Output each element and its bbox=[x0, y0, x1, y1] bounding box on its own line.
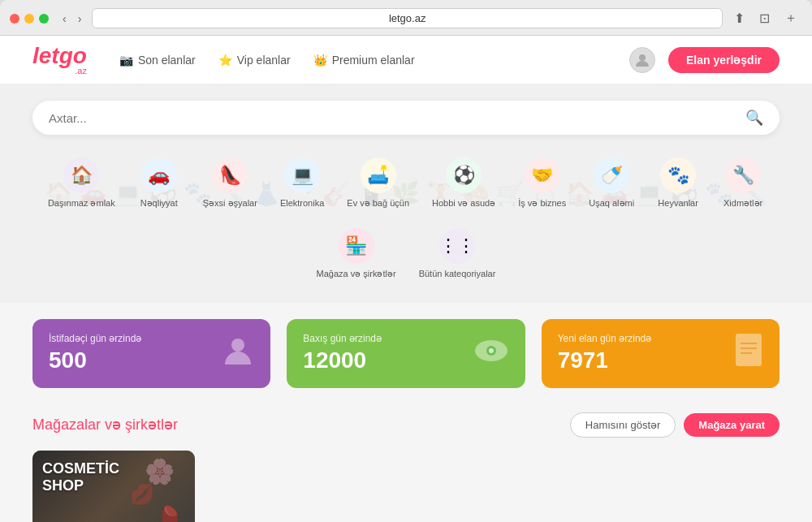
cosmetic-bottle-icon: 💄 bbox=[149, 504, 191, 522]
crown-icon: 👑 bbox=[313, 54, 327, 67]
address-bar[interactable]: letgo.az bbox=[92, 8, 723, 28]
hero-section: 🏠 🚗 💻 ⚽ 🐾 🔧 👗 🍼 🎸 📱 🌿 🏋️ 🎨 🛒 💍 🏠 🚗 💻 ⚽ 🐾… bbox=[0, 84, 812, 303]
cosmetic-shop-card[interactable]: 💄 🌸 💋 COSMETİC SHOP Mağazaya bax bbox=[32, 451, 195, 522]
svg-rect-5 bbox=[736, 334, 762, 366]
main-nav: 📷 Son elanlar ⭐ Vip elanlar 👑 Premium el… bbox=[119, 54, 629, 67]
wrench-icon: 🔧 bbox=[725, 157, 761, 193]
category-neqliyyat-label: Nəqliyyat bbox=[140, 197, 178, 209]
stat-ads-label: Yeni elan gün ərzində bbox=[558, 333, 652, 344]
house-icon: 🏠 bbox=[63, 157, 99, 193]
baby-icon: 🍼 bbox=[594, 157, 629, 193]
nav-son-elanlar-label: Son elanlar bbox=[138, 54, 196, 67]
stat-ads-value: 7971 bbox=[558, 347, 652, 373]
stat-views: Baxış gün ərzində 12000 bbox=[287, 319, 525, 388]
users-stat-icon bbox=[222, 334, 254, 373]
svg-point-4 bbox=[489, 348, 494, 353]
stat-users: İstifadəçi gün ərzində 500 bbox=[32, 319, 270, 388]
laptop-icon: 💻 bbox=[284, 157, 320, 193]
nav-vip-elanlar[interactable]: ⭐ Vip elanlar bbox=[218, 54, 291, 67]
category-hobbi[interactable]: ⚽ Hobbi və asudə bbox=[424, 151, 503, 215]
category-sexsi-label: Şəxsi əşyalar bbox=[203, 197, 257, 209]
ads-stat-icon bbox=[734, 332, 763, 375]
header-right: Elan yerləşdir bbox=[629, 47, 780, 73]
svg-point-1 bbox=[231, 339, 244, 352]
nav-son-elanlar[interactable]: 📷 Son elanlar bbox=[119, 54, 196, 67]
search-icon: 🔍 bbox=[745, 109, 763, 127]
nav-arrows: ‹ › bbox=[58, 11, 85, 27]
category-dasinmaz-label: Daşınmaz əmlak bbox=[48, 197, 115, 209]
camera-icon: 📷 bbox=[119, 54, 133, 67]
search-input[interactable] bbox=[49, 111, 745, 125]
shops-section-header: Mağazalar və şirkətlər Hamısını göstər M… bbox=[32, 412, 780, 438]
category-usaq-label: Uşaq aləmi bbox=[589, 197, 634, 209]
ball-icon: ⚽ bbox=[446, 157, 482, 193]
post-ad-button[interactable]: Elan yerləşdir bbox=[668, 47, 780, 73]
category-ev-bag-label: Ev və bağ üçün bbox=[347, 197, 409, 209]
close-traffic-light[interactable] bbox=[10, 14, 19, 24]
category-sexsi[interactable]: 👠 Şəxsi əşyalar bbox=[195, 151, 266, 215]
stat-users-content: İstifadəçi gün ərzində 500 bbox=[49, 333, 141, 373]
nav-premium-elanlar[interactable]: 👑 Premium elanlar bbox=[313, 54, 415, 67]
svg-point-0 bbox=[639, 54, 646, 61]
category-dasinmaz[interactable]: 🏠 Daşınmaz əmlak bbox=[40, 151, 123, 215]
back-button[interactable]: ‹ bbox=[58, 11, 71, 27]
stat-ads: Yeni elan gün ərzində 7971 bbox=[542, 319, 780, 388]
create-shop-button[interactable]: Mağaza yarat bbox=[684, 413, 780, 437]
site-header: letgo .az 📷 Son elanlar ⭐ Vip elanlar 👑 … bbox=[0, 36, 812, 84]
page-content: letgo .az 📷 Son elanlar ⭐ Vip elanlar 👑 … bbox=[0, 36, 812, 522]
stat-views-content: Baxış gün ərzində 12000 bbox=[303, 333, 382, 373]
car-icon: 🚗 bbox=[141, 157, 177, 193]
shops-title-suffix: və şirkətlər bbox=[101, 416, 178, 433]
categories-grid: 🏠 Daşınmaz əmlak 🚗 Nəqliyyat 👠 Şəxsi əşy… bbox=[32, 151, 780, 287]
category-xidmetler-label: Xidmətlər bbox=[723, 197, 762, 209]
new-tab-button[interactable]: ⊡ bbox=[754, 8, 775, 28]
stat-users-value: 500 bbox=[49, 347, 141, 373]
site-logo[interactable]: letgo .az bbox=[32, 45, 87, 75]
sofa-icon: 🛋️ bbox=[361, 157, 396, 193]
shop-card-background: 💄 🌸 💋 COSMETİC SHOP bbox=[32, 451, 195, 522]
minimize-traffic-light[interactable] bbox=[24, 14, 34, 24]
category-xidmetler[interactable]: 🔧 Xidmətlər bbox=[714, 151, 772, 215]
stat-ads-content: Yeni elan gün ərzində 7971 bbox=[558, 333, 652, 373]
category-is-biznes[interactable]: 🤝 İş və biznes bbox=[510, 151, 574, 215]
stat-users-label: İstifadəçi gün ərzində bbox=[49, 333, 141, 344]
category-elektronika-label: Elektronika bbox=[280, 197, 324, 209]
category-is-biznes-label: İş və biznes bbox=[518, 197, 566, 209]
browser-chrome: ‹ › letgo.az ⬆ ⊡ ＋ bbox=[0, 0, 812, 36]
shops-actions: Hamısını göstər Mağaza yarat bbox=[570, 412, 780, 438]
grid-icon: ⋮⋮ bbox=[439, 228, 475, 264]
stats-section: İstifadəçi gün ərzində 500 Baxış gün ərz… bbox=[0, 303, 812, 404]
nav-premium-elanlar-label: Premium elanlar bbox=[332, 54, 415, 67]
logo-sub: .az bbox=[32, 66, 87, 75]
user-account-icon[interactable] bbox=[629, 47, 655, 73]
category-ev-bag[interactable]: 🛋️ Ev və bağ üçün bbox=[339, 151, 417, 215]
browser-actions: ⬆ ⊡ ＋ bbox=[729, 8, 802, 28]
add-button[interactable]: ＋ bbox=[780, 8, 802, 28]
category-butun-label: Bütün kateqoriyalar bbox=[419, 268, 496, 279]
shop-name-line2: SHOP bbox=[42, 477, 84, 494]
star-icon: ⭐ bbox=[218, 54, 232, 67]
share-button[interactable]: ⬆ bbox=[729, 8, 749, 28]
forward-button[interactable]: › bbox=[74, 11, 86, 27]
traffic-lights bbox=[10, 14, 49, 24]
category-magaza[interactable]: 🏪 Mağaza və şirkətlər bbox=[309, 222, 404, 286]
search-bar[interactable]: 🔍 bbox=[32, 101, 780, 135]
category-hobbi-label: Hobbi və asudə bbox=[432, 197, 495, 209]
maximize-traffic-light[interactable] bbox=[39, 14, 49, 24]
heels-icon: 👠 bbox=[212, 157, 248, 193]
category-heyvanlar[interactable]: 🐾 Heyvanlar bbox=[649, 151, 707, 215]
shop-name: COSMETİC SHOP bbox=[42, 460, 119, 495]
category-magaza-label: Mağaza və şirkətlər bbox=[317, 268, 396, 279]
category-elektronika[interactable]: 💻 Elektronika bbox=[272, 151, 332, 215]
category-butun[interactable]: ⋮⋮ Bütün kateqoriyalar bbox=[411, 222, 504, 286]
show-all-shops-button[interactable]: Hamısını göstər bbox=[570, 412, 676, 438]
category-neqliyyat[interactable]: 🚗 Nəqliyyat bbox=[130, 151, 188, 215]
shops-title-prefix: Mağazalar bbox=[32, 416, 101, 433]
cosmetic-lipstick-icon: 💋 bbox=[130, 483, 154, 506]
views-stat-icon bbox=[473, 336, 509, 370]
nav-vip-elanlar-label: Vip elanlar bbox=[237, 54, 291, 67]
shops-section-title: Mağazalar və şirkətlər bbox=[32, 416, 178, 434]
stat-views-label: Baxış gün ərzində bbox=[303, 333, 382, 344]
shops-section: Mağazalar və şirkətlər Hamısını göstər M… bbox=[0, 404, 812, 522]
category-usaq[interactable]: 🍼 Uşaq aləmi bbox=[581, 151, 642, 215]
